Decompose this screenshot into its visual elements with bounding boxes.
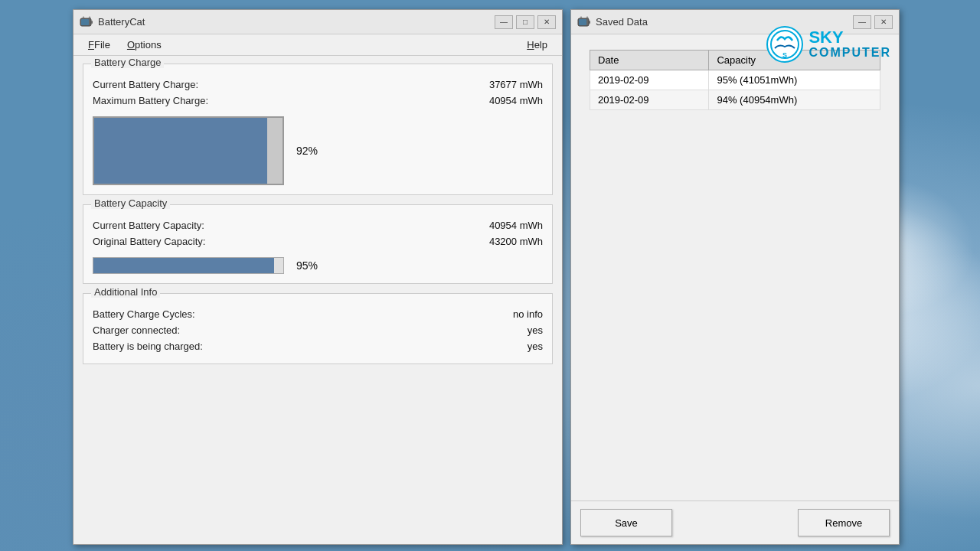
- table-row[interactable]: 2019-02-09 94% (40954mWh): [590, 90, 880, 110]
- capacity-bar-container: 95%: [93, 257, 543, 274]
- col-date: Date: [590, 51, 709, 70]
- menu-file[interactable]: FFile: [80, 36, 119, 54]
- maximum-charge-label: Maximum Battery Charge:: [93, 95, 208, 106]
- svg-marker-3: [82, 16, 85, 18]
- capacity-bar-fill: [93, 258, 274, 273]
- capacity-percent-label: 95%: [296, 259, 318, 272]
- close-button[interactable]: ✕: [537, 15, 556, 29]
- original-capacity-label: Original Battery Capacity:: [93, 236, 205, 247]
- original-capacity-value: 43200 mWh: [489, 236, 543, 247]
- maximum-charge-value: 40954 mWh: [489, 95, 543, 106]
- charger-connected-row: Charger connected: yes: [93, 322, 543, 338]
- batterycat-content: Battery Charge Current Battery Charge: 3…: [74, 56, 562, 372]
- batterycat-controls: — □ ✕: [495, 15, 556, 29]
- battery-charge-title: Battery Charge: [91, 57, 164, 68]
- sky-brand-label: SKY: [808, 29, 891, 46]
- saved-table-area: Date Capacity 2019-02-09 95% (41051mWh) …: [571, 34, 899, 276]
- current-charge-row: Current Battery Charge: 37677 mWh: [93, 77, 543, 93]
- batterycat-app-icon: [80, 15, 93, 29]
- svg-rect-6: [589, 21, 590, 24]
- current-charge-value: 37677 mWh: [489, 79, 543, 90]
- cell-date: 2019-02-09: [590, 70, 709, 90]
- batterycat-title: BatteryCat: [98, 16, 145, 28]
- sky-logo-icon: S: [766, 25, 804, 64]
- capacity-bar-outer: [93, 257, 284, 274]
- charge-bar-outer: [93, 116, 284, 185]
- saved-content: Date Capacity 2019-02-09 95% (41051mWh) …: [571, 34, 899, 544]
- table-empty-space: [571, 276, 899, 501]
- charge-percent-label: 92%: [296, 145, 318, 157]
- charge-bar-container: 92%: [93, 116, 543, 185]
- svg-rect-2: [81, 19, 89, 25]
- menu-options-label: Options: [127, 39, 162, 51]
- additional-info-section: Additional Info Battery Charge Cycles: n…: [83, 293, 553, 364]
- menu-help-label: Help: [527, 39, 547, 51]
- menu-file-label: FFile: [88, 39, 110, 51]
- saved-app-icon: [577, 15, 591, 29]
- maximize-button[interactable]: □: [516, 15, 534, 29]
- current-charge-label: Current Battery Charge:: [93, 79, 198, 90]
- cell-capacity: 95% (41051mWh): [709, 70, 880, 90]
- current-capacity-label: Current Battery Capacity:: [93, 220, 204, 231]
- sky-sub-label: COMPUTER: [808, 46, 891, 60]
- maximum-charge-row: Maximum Battery Charge: 40954 mWh: [93, 93, 543, 109]
- menu-bar: FFile Options Help: [74, 34, 562, 56]
- batterycat-titlebar: BatteryCat — □ ✕: [74, 10, 562, 34]
- charge-cycles-label: Battery Charge Cycles:: [93, 308, 195, 320]
- additional-info-title: Additional Info: [91, 286, 160, 298]
- minimize-button[interactable]: —: [495, 15, 513, 29]
- sky-text: SKY COMPUTER: [808, 29, 891, 60]
- menu-options[interactable]: Options: [119, 36, 170, 54]
- svg-marker-4: [88, 16, 91, 18]
- saved-footer: Save Remove: [571, 500, 899, 544]
- battery-capacity-section: Battery Capacity Current Battery Capacit…: [83, 204, 553, 284]
- saved-data-window: Saved Data — ✕ S SKY COMPUTER Dat: [570, 9, 900, 545]
- titlebar-left: BatteryCat: [80, 15, 145, 29]
- cell-capacity: 94% (40954mWh): [709, 90, 880, 110]
- svg-marker-8: [580, 16, 583, 18]
- saved-title: Saved Data: [596, 16, 648, 28]
- menu-help[interactable]: Help: [518, 36, 556, 54]
- charge-cycles-value: no info: [513, 308, 543, 320]
- table-body: 2019-02-09 95% (41051mWh) 2019-02-09 94%…: [590, 70, 880, 110]
- sky-computer-logo: S SKY COMPUTER: [766, 25, 891, 64]
- battery-charging-value: yes: [528, 341, 543, 352]
- battery-charging-row: Battery is being charged: yes: [93, 338, 543, 354]
- battery-charging-label: Battery is being charged:: [93, 341, 203, 352]
- remove-button[interactable]: Remove: [798, 509, 890, 536]
- charger-connected-value: yes: [528, 324, 543, 336]
- charge-bar-fill: [94, 118, 267, 184]
- battery-capacity-title: Battery Capacity: [91, 197, 170, 209]
- svg-rect-1: [91, 21, 93, 24]
- original-capacity-row: Original Battery Capacity: 43200 mWh: [93, 233, 543, 249]
- saved-titlebar-left: Saved Data: [577, 15, 648, 29]
- svg-text:S: S: [782, 51, 787, 59]
- svg-marker-9: [586, 16, 589, 18]
- table-row[interactable]: 2019-02-09 95% (41051mWh): [590, 70, 880, 90]
- batterycat-window: BatteryCat — □ ✕ FFile Options Help Batt…: [73, 9, 563, 545]
- svg-rect-7: [579, 19, 586, 25]
- current-capacity-value: 40954 mWh: [489, 220, 543, 231]
- charger-connected-label: Charger connected:: [93, 324, 180, 336]
- current-capacity-row: Current Battery Capacity: 40954 mWh: [93, 217, 543, 233]
- cell-date: 2019-02-09: [590, 90, 709, 110]
- charge-cycles-row: Battery Charge Cycles: no info: [93, 306, 543, 322]
- battery-charge-section: Battery Charge Current Battery Charge: 3…: [83, 64, 553, 195]
- save-button[interactable]: Save: [580, 509, 672, 536]
